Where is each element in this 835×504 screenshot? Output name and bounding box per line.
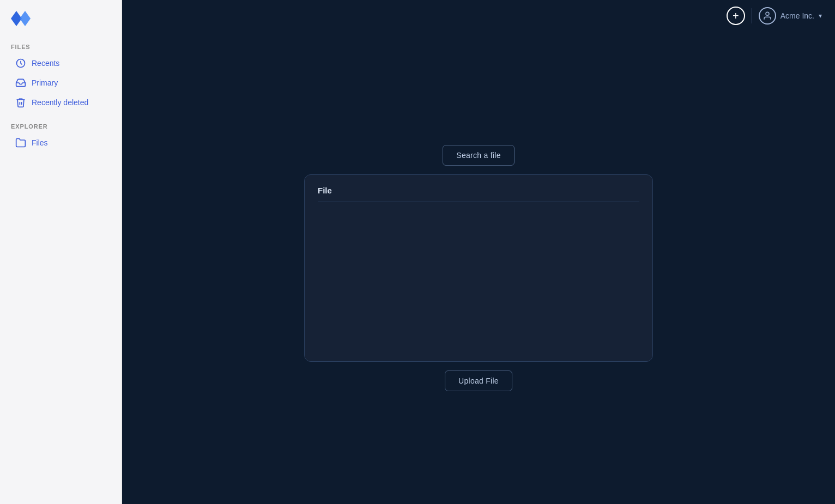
file-panel: File <box>304 174 653 362</box>
clock-icon <box>15 58 26 69</box>
plus-icon: + <box>733 10 739 21</box>
sidebar-item-recents[interactable]: Recents <box>4 53 117 73</box>
add-button[interactable]: + <box>727 7 745 25</box>
inbox-icon <box>15 77 26 88</box>
app-logo-icon <box>11 11 31 26</box>
user-avatar-icon <box>763 11 772 21</box>
user-menu[interactable]: Acme Inc. ▾ <box>759 7 822 25</box>
search-file-button[interactable]: Search a file <box>443 145 514 166</box>
chevron-down-icon: ▾ <box>819 12 822 20</box>
file-panel-title: File <box>318 186 639 202</box>
content-area: Search a file File Upload File <box>122 32 835 504</box>
avatar <box>759 7 776 25</box>
sidebar-recently-deleted-label: Recently deleted <box>32 98 88 107</box>
main-content: + Acme Inc. ▾ Search a file File Upload … <box>122 0 835 504</box>
files-section-label: FILES <box>0 39 122 53</box>
sidebar-item-primary[interactable]: Primary <box>4 73 117 93</box>
folder-icon <box>15 137 26 148</box>
trash-icon <box>15 97 26 108</box>
sidebar-files-label: Files <box>32 138 48 147</box>
logo <box>0 9 122 39</box>
upload-file-button[interactable]: Upload File <box>445 371 512 391</box>
sidebar: FILES Recents Primary Recently deleted E… <box>0 0 122 504</box>
header: + Acme Inc. ▾ <box>122 0 835 32</box>
file-panel-body <box>318 209 639 350</box>
sidebar-primary-label: Primary <box>32 78 58 87</box>
sidebar-recents-label: Recents <box>32 59 59 68</box>
company-name: Acme Inc. <box>780 11 814 20</box>
sidebar-item-recently-deleted[interactable]: Recently deleted <box>4 93 117 112</box>
header-divider <box>752 8 752 23</box>
sidebar-item-files[interactable]: Files <box>4 133 117 153</box>
svg-point-1 <box>766 12 769 15</box>
explorer-section-label: EXPLORER <box>0 119 122 133</box>
